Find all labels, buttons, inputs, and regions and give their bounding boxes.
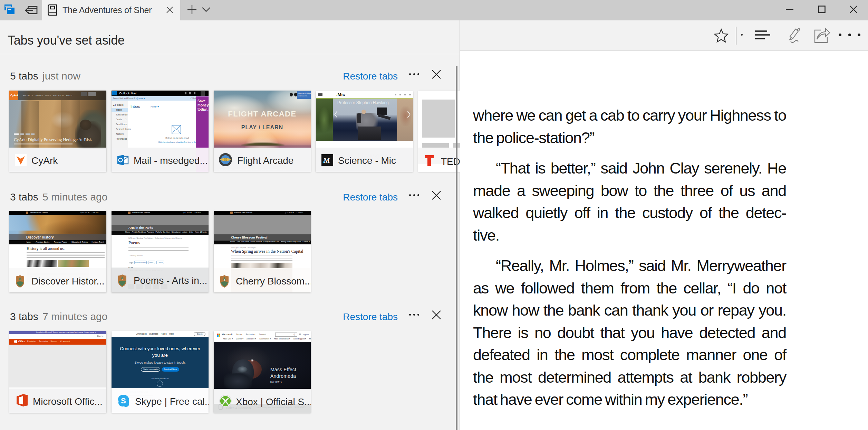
svg-text:M: M	[324, 157, 330, 164]
svg-text:S: S	[121, 396, 126, 405]
